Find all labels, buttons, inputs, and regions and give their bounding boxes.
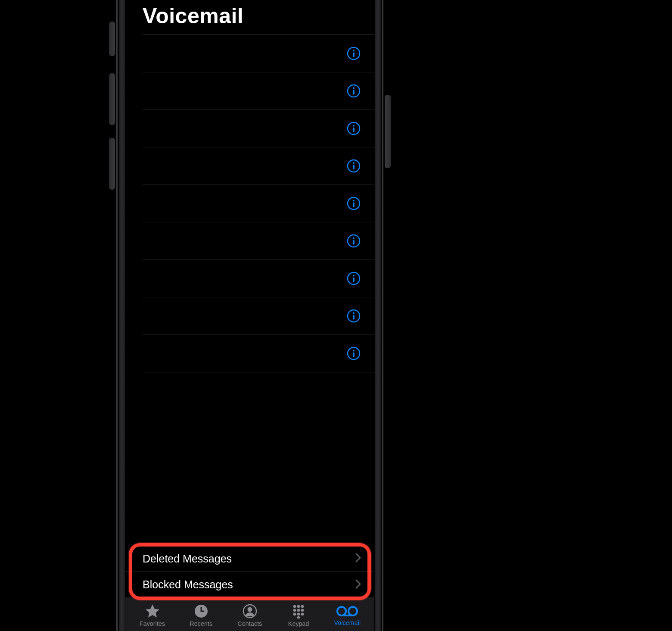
svg-rect-5 <box>353 90 355 95</box>
info-icon[interactable] <box>346 46 361 61</box>
page-title: Voicemail <box>143 3 367 28</box>
voicemail-icon <box>336 605 358 618</box>
svg-point-41 <box>348 607 357 615</box>
phone-side-button-power <box>385 95 391 168</box>
svg-point-40 <box>337 607 346 615</box>
info-icon[interactable] <box>346 233 361 249</box>
tab-favorites[interactable]: Favorites <box>128 604 177 627</box>
voicemail-row[interactable] <box>143 297 374 335</box>
chevron-right-icon <box>355 578 361 592</box>
voicemail-row[interactable] <box>143 335 374 372</box>
svg-rect-17 <box>353 240 355 245</box>
svg-rect-2 <box>353 53 355 57</box>
svg-point-22 <box>353 312 355 314</box>
voicemail-row[interactable] <box>143 147 374 185</box>
voicemail-row[interactable] <box>143 222 374 260</box>
phone-frame: Voicemail Deleted Messages Blocked Messa… <box>116 0 383 631</box>
voicemail-row[interactable] <box>143 185 374 222</box>
svg-rect-8 <box>353 128 355 132</box>
blocked-messages-label: Blocked Messages <box>143 578 233 591</box>
keypad-icon <box>291 604 306 619</box>
svg-point-25 <box>353 350 355 352</box>
phone-side-button-volume-up <box>109 73 115 125</box>
deleted-messages-label: Deleted Messages <box>143 553 232 565</box>
info-icon[interactable] <box>346 196 361 211</box>
svg-point-32 <box>301 605 304 608</box>
tab-recents-label: Recents <box>190 620 212 627</box>
info-icon[interactable] <box>346 83 361 99</box>
info-icon[interactable] <box>346 158 361 174</box>
blocked-messages-row[interactable]: Blocked Messages <box>125 572 374 597</box>
svg-point-34 <box>297 609 300 612</box>
svg-point-36 <box>293 613 296 616</box>
svg-rect-23 <box>353 315 355 320</box>
info-icon[interactable] <box>346 121 361 136</box>
svg-point-35 <box>301 609 304 612</box>
voicemail-list[interactable] <box>125 35 374 546</box>
deleted-messages-row[interactable]: Deleted Messages <box>125 546 374 572</box>
folder-section: Deleted Messages Blocked Messages <box>125 546 374 597</box>
svg-rect-11 <box>353 165 355 170</box>
info-icon[interactable] <box>346 346 361 361</box>
tab-contacts-label: Contacts <box>238 620 262 627</box>
svg-point-29 <box>248 607 252 612</box>
tab-voicemail-label: Voicemail <box>334 619 361 626</box>
tab-recents[interactable]: Recents <box>177 604 225 627</box>
contact-icon <box>243 604 257 619</box>
tab-voicemail[interactable]: Voicemail <box>323 605 372 626</box>
svg-point-1 <box>353 50 355 52</box>
svg-point-13 <box>353 200 355 202</box>
svg-point-30 <box>293 605 296 608</box>
tab-favorites-label: Favorites <box>140 620 165 627</box>
chevron-right-icon <box>355 552 361 565</box>
svg-point-10 <box>353 162 355 164</box>
svg-point-19 <box>353 275 355 277</box>
star-icon <box>145 604 160 619</box>
svg-point-33 <box>293 609 296 612</box>
voicemail-row[interactable] <box>143 260 374 297</box>
tab-keypad-label: Keypad <box>288 620 309 627</box>
svg-point-4 <box>353 87 355 89</box>
svg-rect-14 <box>353 203 355 207</box>
voicemail-row[interactable] <box>143 72 374 110</box>
svg-point-39 <box>297 616 300 619</box>
clock-icon <box>194 604 208 619</box>
tab-contacts[interactable]: Contacts <box>225 604 274 627</box>
info-icon[interactable] <box>346 271 361 286</box>
header: Voicemail <box>125 0 374 34</box>
info-icon[interactable] <box>346 308 361 324</box>
svg-point-16 <box>353 237 355 239</box>
svg-point-38 <box>301 613 304 616</box>
voicemail-row[interactable] <box>143 110 374 147</box>
svg-point-7 <box>353 125 355 127</box>
svg-point-37 <box>297 613 300 616</box>
svg-rect-26 <box>353 353 355 357</box>
svg-point-31 <box>297 605 300 608</box>
tab-bar: Favorites Recents Contacts <box>125 597 374 631</box>
voicemail-row[interactable] <box>143 35 374 72</box>
phone-side-button-volume-down <box>109 138 115 190</box>
svg-rect-20 <box>353 278 355 282</box>
phone-screen: Voicemail Deleted Messages Blocked Messa… <box>125 0 374 631</box>
phone-bezel-left <box>119 0 125 631</box>
phone-side-button-mute <box>109 22 115 56</box>
tab-keypad[interactable]: Keypad <box>274 604 323 627</box>
phone-bezel-right <box>375 0 381 631</box>
